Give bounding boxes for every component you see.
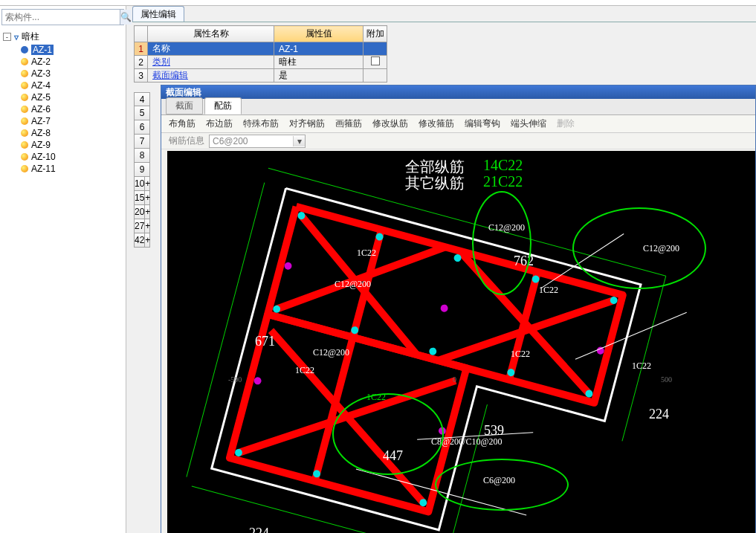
tree-item-label: AZ-5	[31, 92, 51, 103]
tree-item-label: AZ-11	[31, 164, 56, 174]
marker-ellipse-2	[572, 207, 706, 289]
tree-item[interactable]: AZ-7	[1, 115, 124, 127]
tree-item-label: AZ-3	[31, 68, 51, 79]
prop-add[interactable]	[364, 69, 387, 83]
plus-icon[interactable]: +	[144, 205, 150, 219]
plus-icon[interactable]: +	[144, 177, 150, 190]
row-num-cell[interactable]: 8	[134, 149, 150, 163]
node-icon	[21, 82, 28, 89]
prop-add[interactable]	[364, 56, 387, 69]
toolbar-btn[interactable]: 修改箍筋	[419, 117, 454, 130]
row-num-expand[interactable]: 10+	[134, 177, 150, 191]
row-num-cell[interactable]: 9	[134, 163, 150, 177]
col-add[interactable]: 附加	[364, 26, 387, 42]
node-icon	[21, 153, 28, 161]
tree-item[interactable]: AZ-9	[1, 139, 124, 151]
tree-item[interactable]: AZ-4	[1, 80, 124, 91]
tree-item[interactable]: AZ-10	[1, 151, 124, 163]
plus-icon[interactable]: +	[144, 191, 150, 204]
node-icon	[21, 46, 28, 54]
node-icon	[21, 141, 28, 149]
prop-add[interactable]	[364, 42, 387, 56]
row-num-expand[interactable]: 42+	[134, 233, 150, 248]
cad-lbl-c12-l2: C12@200	[313, 347, 349, 358]
row-num-expand[interactable]: 20+	[134, 205, 150, 219]
svg-line-24	[575, 288, 687, 384]
cad-lbl-1c22-l: 1C22	[295, 365, 314, 376]
collapse-icon[interactable]: -	[3, 33, 11, 41]
property-row[interactable]: 2类别暗柱	[135, 56, 387, 69]
prop-value[interactable]: 是	[274, 69, 364, 83]
prop-name[interactable]: 截面编辑	[148, 69, 274, 83]
toolbar-btn[interactable]: 编辑弯钩	[465, 117, 500, 130]
checkbox[interactable]	[371, 56, 380, 65]
row-num-cell[interactable]: 5	[134, 106, 150, 120]
row-num: 2	[135, 56, 148, 69]
property-row[interactable]: 1名称AZ-1	[135, 42, 387, 56]
tree-item[interactable]: AZ-11	[1, 163, 124, 175]
tree-root[interactable]: - ▿ 暗柱	[1, 30, 124, 44]
tree-item[interactable]: AZ-5	[1, 91, 124, 103]
component-tree: - ▿ 暗柱 AZ-1AZ-2AZ-3AZ-4AZ-5AZ-6AZ-7AZ-8A…	[0, 28, 126, 175]
component-tree-panel: 🔍 - ▿ 暗柱 AZ-1AZ-2AZ-3AZ-4AZ-5AZ-6AZ-7AZ-…	[0, 6, 126, 533]
row-number-column: 45678910+15+20+27+42+	[134, 92, 150, 248]
tree-item-label: AZ-8	[31, 128, 51, 138]
property-row[interactable]: 3截面编辑是	[135, 69, 387, 83]
filter-icon: ▿	[14, 32, 19, 42]
node-icon	[21, 94, 28, 101]
toolbar-btn[interactable]: 对齐钢筋	[289, 117, 325, 130]
plus-icon[interactable]: +	[144, 233, 150, 247]
node-icon	[21, 70, 28, 77]
prop-name[interactable]: 类别	[148, 56, 274, 69]
chevron-down-icon[interactable]: ▾	[293, 136, 305, 146]
rebar-info-combo[interactable]: C6@200 ▾	[209, 135, 306, 148]
tree-item[interactable]: AZ-3	[1, 68, 124, 80]
tree-item[interactable]: AZ-2	[1, 56, 124, 68]
rebar-info-label: 钢筋信息	[169, 135, 204, 147]
toolbar-btn[interactable]: 画箍筋	[335, 117, 362, 130]
cad-val-all: 14C22	[483, 157, 523, 174]
row-num-cell[interactable]: 4	[134, 92, 150, 106]
toolbar-btn[interactable]: 布边筋	[206, 117, 233, 130]
marker-ellipse-3	[332, 393, 444, 475]
tree-item[interactable]: AZ-6	[1, 103, 124, 115]
axis-0: 0	[453, 375, 456, 384]
marker-ellipse-1	[472, 191, 532, 295]
row-num-cell[interactable]: 7	[134, 135, 150, 149]
tree-item-label: AZ-1	[31, 45, 54, 55]
cad-title-other: 其它纵筋	[405, 173, 465, 193]
row-num-cell[interactable]: 6	[134, 120, 150, 135]
tree-root-label: 暗柱	[22, 30, 39, 43]
cad-canvas[interactable]: 全部纵筋 其它纵筋 14C22 21C22 1C22 C12@200 C12@2…	[167, 151, 755, 533]
cad-lbl-1c22-r: 1C22	[632, 361, 651, 372]
main-tabstrip: 属性编辑	[132, 6, 756, 22]
tab-section[interactable]: 截面	[166, 97, 203, 114]
tree-item[interactable]: AZ-8	[1, 127, 124, 139]
tree-item-label: AZ-6	[31, 104, 51, 114]
row-num-expand[interactable]: 15+	[134, 191, 150, 205]
tab-property-edit[interactable]: 属性编辑	[132, 6, 184, 22]
node-icon	[21, 117, 28, 125]
tab-rebar[interactable]: 配筋	[204, 97, 242, 114]
prop-name[interactable]: 名称	[148, 42, 274, 56]
plus-icon[interactable]: +	[144, 219, 150, 233]
prop-value[interactable]: 暗柱	[274, 56, 364, 69]
toolbar-btn[interactable]: 删除	[557, 117, 575, 130]
row-num: 3	[135, 69, 148, 83]
search-input[interactable]	[2, 12, 120, 22]
section-toolbar: 布角筋布边筋特殊布筋对齐钢筋画箍筋修改纵筋修改箍筋编辑弯钩端头伸缩删除	[161, 115, 755, 133]
row-num-expand[interactable]: 27+	[134, 219, 150, 233]
col-value[interactable]: 属性值	[274, 26, 364, 42]
toolbar-btn[interactable]: 端头伸缩	[511, 117, 546, 130]
tree-item[interactable]: AZ-1	[1, 44, 124, 56]
node-icon	[21, 106, 28, 113]
toolbar-btn[interactable]: 布角筋	[169, 117, 196, 130]
toolbar-btn[interactable]: 特殊布筋	[243, 117, 279, 130]
toolbar-btn[interactable]: 修改纵筋	[372, 117, 408, 130]
col-name[interactable]: 属性名称	[148, 26, 274, 42]
dim-224: 224	[649, 407, 669, 422]
prop-value[interactable]: AZ-1	[274, 42, 364, 56]
search-button[interactable]: 🔍	[120, 10, 132, 25]
dim-671: 671	[255, 334, 275, 349]
tree-item-label: AZ-10	[31, 152, 56, 162]
